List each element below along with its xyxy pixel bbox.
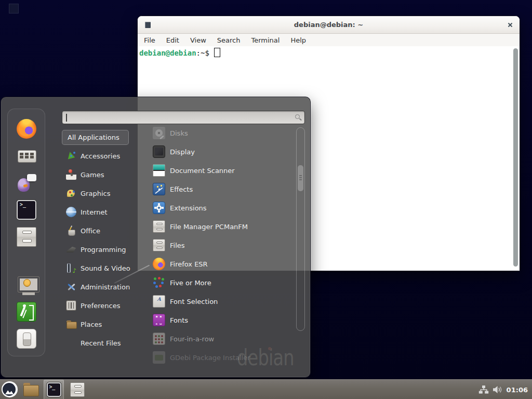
- accessories-icon: [66, 151, 76, 161]
- volume-icon[interactable]: [493, 385, 503, 394]
- app-display[interactable]: Display: [144, 142, 295, 161]
- terminal-menu-edit[interactable]: Edit: [166, 36, 179, 44]
- sound-video-icon: [66, 263, 76, 273]
- category-label: Preferences: [81, 302, 120, 310]
- search-icon: [295, 114, 300, 119]
- app-file-manager-pcmanfm[interactable]: File Manager PCManFM: [144, 217, 295, 236]
- desktop: debian debian@debian: ~ FileEditViewSear…: [0, 0, 532, 399]
- taskbar-files[interactable]: [69, 380, 86, 399]
- app-label: Disks: [170, 129, 188, 137]
- app-label: File Manager PCManFM: [170, 223, 248, 231]
- search-input[interactable]: [66, 112, 290, 123]
- internet-icon: [66, 207, 76, 217]
- category-graphics[interactable]: Graphics: [62, 184, 149, 203]
- favorite-file-manager[interactable]: [17, 227, 36, 247]
- taskbar-file-manager[interactable]: [22, 380, 39, 399]
- app-gdebi-package-installer[interactable]: GDebi Package Installer: [144, 348, 295, 365]
- file-cabinet-icon: [153, 220, 165, 233]
- lock-screen-button[interactable]: [17, 275, 36, 295]
- category-places[interactable]: Places: [62, 315, 149, 334]
- category-administration[interactable]: Administration: [62, 277, 149, 296]
- shutdown-button[interactable]: [17, 329, 36, 349]
- category-recent-files[interactable]: Recent Files: [62, 334, 149, 352]
- display-icon: [153, 145, 165, 158]
- category-label: Programming: [81, 246, 126, 254]
- gdebi-icon: [153, 351, 165, 364]
- app-label: Effects: [170, 185, 193, 193]
- firefox-icon: [153, 258, 165, 270]
- gdebi-icon: [153, 351, 165, 364]
- effects-icon: [153, 183, 165, 195]
- close-button[interactable]: [507, 22, 513, 28]
- category-accessories[interactable]: Accessories: [62, 147, 149, 165]
- four-in-a-row-icon: [153, 332, 165, 345]
- category-label: Accessories: [81, 152, 120, 160]
- disks-icon: [153, 127, 165, 139]
- app-four-in-a-row[interactable]: Four-in-a-row: [144, 329, 295, 348]
- menu-scrollbar-thumb[interactable]: [298, 165, 303, 191]
- app-font-selection[interactable]: Font Selection: [144, 292, 295, 311]
- prompt-user-host: debian@debian: [139, 49, 196, 57]
- app-effects[interactable]: Effects: [144, 180, 295, 198]
- favorite-pidgin[interactable]: [17, 173, 36, 193]
- category-label: Recent Files: [81, 339, 121, 347]
- terminal-title: debian@debian: ~: [138, 21, 520, 29]
- app-label: Font Selection: [170, 298, 218, 305]
- application-list: DisksDisplayDocument ScannerEffectsExten…: [144, 125, 295, 365]
- app-extensions[interactable]: Extensions: [144, 198, 295, 217]
- all-applications-button[interactable]: All Applications: [62, 130, 129, 145]
- maximize-button[interactable]: [490, 22, 496, 28]
- terminal-menu-view[interactable]: View: [190, 36, 206, 44]
- terminal-menu-terminal[interactable]: Terminal: [251, 36, 280, 44]
- menu-button[interactable]: [2, 381, 18, 397]
- taskbar: 01:06: [0, 379, 532, 399]
- effects-icon: [153, 183, 165, 195]
- terminal-scrollbar[interactable]: [513, 48, 518, 267]
- terminal-menu-help[interactable]: Help: [290, 36, 306, 44]
- favorite-firefox[interactable]: [17, 119, 36, 139]
- terminal-menubar: FileEditViewSearchTerminalHelp: [138, 34, 520, 46]
- graphics-icon: [66, 188, 76, 198]
- category-internet[interactable]: Internet: [62, 203, 149, 221]
- category-programming[interactable]: Programming: [62, 240, 149, 259]
- games-icon: [66, 169, 76, 180]
- category-games[interactable]: Games: [62, 165, 149, 184]
- firefox-icon: [153, 258, 165, 270]
- terminal-cursor: [214, 48, 220, 57]
- fonts-icon: [153, 314, 165, 326]
- terminal-menu-search[interactable]: Search: [217, 36, 241, 44]
- category-label: Places: [81, 321, 102, 328]
- app-disks[interactable]: Disks: [144, 125, 295, 142]
- terminal-titlebar[interactable]: debian@debian: ~: [138, 16, 520, 34]
- administration-icon: [66, 282, 76, 292]
- fonts-icon: [153, 314, 165, 326]
- app-firefox-esr[interactable]: Firefox ESR: [144, 255, 295, 273]
- app-files[interactable]: Files: [144, 236, 295, 255]
- pidgin-icon: [17, 173, 36, 193]
- category-sound-video[interactable]: Sound & Video: [62, 259, 149, 277]
- app-five-or-more[interactable]: Five or More: [144, 273, 295, 292]
- taskbar-terminal[interactable]: [44, 380, 64, 399]
- favorite-terminal[interactable]: [17, 200, 36, 220]
- category-label: Sound & Video: [81, 264, 130, 272]
- logout-button[interactable]: [17, 302, 36, 322]
- terminal-menu-file[interactable]: File: [144, 36, 155, 44]
- file-cabinet-icon: [70, 382, 85, 397]
- clock[interactable]: 01:06: [507, 386, 530, 394]
- shutdown-icon: [17, 329, 36, 349]
- app-fonts[interactable]: Fonts: [144, 311, 295, 329]
- app-document-scanner[interactable]: Document Scanner: [144, 161, 295, 180]
- favorite-keyboard-settings[interactable]: [17, 146, 36, 166]
- search-box[interactable]: [62, 111, 305, 124]
- category-office[interactable]: Office: [62, 221, 149, 240]
- network-icon[interactable]: [478, 385, 489, 394]
- category-preferences[interactable]: Preferences: [62, 296, 149, 315]
- app-label: Display: [170, 148, 195, 156]
- prompt-path: :~$: [196, 49, 209, 57]
- app-label: Fonts: [170, 316, 188, 324]
- desktop-icon-artifact: [9, 4, 19, 14]
- minimize-button[interactable]: [473, 22, 479, 28]
- folder-icon: [23, 382, 38, 397]
- graphics-icon: [66, 188, 76, 198]
- menu-scrollbar-track[interactable]: [296, 127, 305, 331]
